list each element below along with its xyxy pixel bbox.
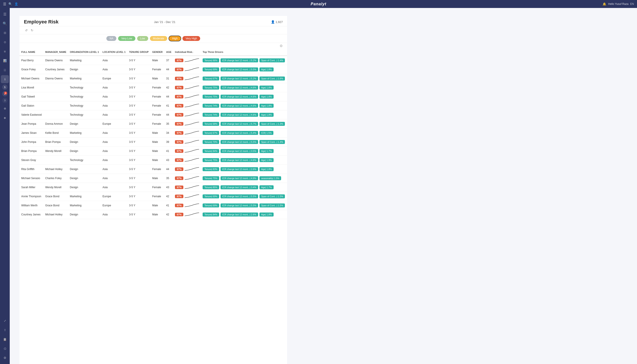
cell-drivers: Tenure| 66%ICR change last 12 mont...| 5… <box>201 56 287 65</box>
sidebar-expand-icon[interactable]: ⤢ <box>1 317 9 325</box>
table-row[interactable]: Courtney James Michael Holley Design Asi… <box>20 210 287 219</box>
sidebar-share-icon[interactable]: ⇧ <box>1 326 9 334</box>
driver-badge: Age| 1.7% <box>260 185 274 189</box>
table-row[interactable]: Lisa Morell Technology Asia 3-5 Y Female… <box>20 83 287 92</box>
employee-count: 1,927 <box>276 20 283 24</box>
cell-age: 41 <box>164 201 173 210</box>
sidebar-num2-icon[interactable]: 2 <box>2 91 8 96</box>
col-risk[interactable]: Individual Risk↓ <box>173 48 201 56</box>
sidebar-chart-icon[interactable]: 📊 <box>1 56 9 64</box>
table-row[interactable]: Grace Foley Courtney James Design Asia 3… <box>20 65 287 74</box>
risk-badge: 97% <box>175 95 183 98</box>
sidebar-num3-icon[interactable]: 3 <box>2 98 8 103</box>
sidebar-pin-icon[interactable]: ⊕ <box>1 104 9 112</box>
sidebar-filter-icon[interactable]: ⊟ <box>1 29 9 37</box>
sidebar-rocket-icon[interactable]: ◈ <box>1 114 9 122</box>
cell-risk: 97% <box>173 92 201 101</box>
sparkline-svg <box>185 67 199 72</box>
sidebar-search-icon[interactable]: 🔍 <box>1 20 9 28</box>
filter-na[interactable]: NA <box>106 36 116 41</box>
driver-badge: Span of Cont...| 1.4% <box>260 140 285 144</box>
filter-very-low[interactable]: Very Low <box>118 36 135 41</box>
table-row[interactable]: William Werth Grace Bond Marketing Europ… <box>20 201 287 210</box>
cell-location: Asia <box>101 165 127 174</box>
cell-manager-name: Dianna Owens <box>44 74 68 83</box>
table-row[interactable]: Gail Tidwell Technology Asia 3-5 Y Femal… <box>20 92 287 101</box>
filter-high[interactable]: High <box>169 36 181 41</box>
table-row[interactable]: Michael Owens Dianna Owens Marketing Eur… <box>20 74 287 83</box>
sidebar-list-icon[interactable]: ≡ <box>1 47 9 55</box>
undo-button[interactable]: ↺ <box>24 28 29 32</box>
table-container[interactable]: FULL NAME MANAGER_NAME ORGANIZATION LEVE… <box>20 48 287 364</box>
cell-tenure: 3-5 Y <box>128 110 150 120</box>
cell-gender: Female <box>150 65 164 74</box>
sidebar-info-icon[interactable]: ℹ <box>1 75 9 83</box>
cell-org-level: Design <box>68 165 101 174</box>
cell-risk: 97% <box>173 210 201 219</box>
driver-badge: Tenure| 75% <box>202 86 219 90</box>
table-row[interactable]: Rita Griffith Michael Holley Design Asia… <box>20 165 287 174</box>
redo-button[interactable]: ↻ <box>30 28 34 32</box>
sidebar-gear-icon[interactable]: ⚙ <box>1 354 9 362</box>
risk-badge: 97% <box>175 58 183 62</box>
sidebar-menu-icon[interactable]: ☰ <box>1 10 9 18</box>
driver-badge: Age| 1.8% <box>260 113 274 117</box>
cell-tenure: 3-5 Y <box>128 156 150 165</box>
table-row[interactable]: Brian Pompa Wendy Morell Design Asia 3-5… <box>20 146 287 156</box>
sidebar-doc-icon[interactable]: 📋 <box>1 335 9 343</box>
driver-badge: Span of Cont...| 1.4% <box>260 58 285 62</box>
cell-gender: Female <box>150 92 164 101</box>
cell-location: Asia <box>101 138 127 146</box>
sidebar-clock-icon[interactable]: ⊙ <box>1 38 9 46</box>
table-row[interactable]: John Pompa Brian Pompa Design Asia 3-5 Y… <box>20 138 287 146</box>
cell-drivers: Tenure| 70%ICR change last 12 mont...| 5… <box>201 138 287 146</box>
cell-full-name: Brian Pompa <box>20 146 44 156</box>
sidebar-trend-icon[interactable]: ⌸ <box>1 66 9 74</box>
cell-full-name: Michael Owens <box>20 74 44 83</box>
driver-badge: ICR change last 12 mont...| 4.6% <box>220 95 258 99</box>
table-row[interactable]: Paul Berry Dianna Owens Marketing Asia 3… <box>20 56 287 65</box>
cell-age: 42 <box>164 83 173 92</box>
filter-very-high[interactable]: Very High <box>182 36 200 41</box>
sparkline-svg <box>185 58 199 63</box>
cell-drivers: Tenure| 75%ICR change last 12 mont...| 4… <box>201 174 287 183</box>
cell-tenure: 3-5 Y <box>128 120 150 128</box>
table-row[interactable]: Gail Slaton Technology Asia 3-5 Y Female… <box>20 101 287 110</box>
cell-age: 35 <box>164 174 173 183</box>
sparkline-svg <box>185 158 199 163</box>
lang-selector[interactable]: EN <box>630 2 634 6</box>
cell-age: 42 <box>164 210 173 219</box>
topnav-search-icon[interactable]: 🔍 <box>8 2 12 6</box>
cell-gender: Male <box>150 174 164 183</box>
cell-risk: 97% <box>173 110 201 120</box>
cell-drivers: Tenure| 83%ICR change last 12 mont...| 2… <box>201 165 287 174</box>
table-row[interactable]: James Sloan Kellie Bond Marketing Asia 3… <box>20 128 287 138</box>
sidebar-num1-icon[interactable]: 1 <box>2 84 8 90</box>
driver-badge: Age| 1.9% <box>260 158 274 162</box>
topnav-user-icon[interactable]: 👤 <box>14 2 18 6</box>
table-row[interactable]: Annie Thompson Grace Bond Marketing Euro… <box>20 192 287 201</box>
table-row[interactable]: Steven Gray Technology Asia 3-5 Y Male 4… <box>20 156 287 165</box>
filter-moderate[interactable]: Moderate <box>150 36 168 41</box>
cell-drivers: Tenure| 69%ICR change last 12 mont...| 5… <box>201 192 287 201</box>
table-row[interactable]: Sarah Miller Wendy Morell Design Asia 3-… <box>20 183 287 192</box>
sparkline-svg <box>185 76 199 81</box>
cell-risk: 97% <box>173 138 201 146</box>
cell-org-level: Marketing <box>68 128 101 138</box>
topnav: ☰ 🔍 👤 Panalyt 🔔 Hello Yusuf Raza EN <box>0 0 637 8</box>
notification-icon[interactable]: 🔔 <box>602 2 606 6</box>
hamburger-icon[interactable]: ☰ <box>3 2 6 6</box>
table-row[interactable]: Michael Serasio Charles Foley Design Asi… <box>20 174 287 183</box>
filter-low[interactable]: Low <box>137 36 148 41</box>
driver-badge: ICR change last 12 mont...| 5.4% <box>220 131 258 135</box>
table-row[interactable]: Valerie Eastwood Technology Asia 3-5 Y F… <box>20 110 287 120</box>
cell-drivers: Tenure| 67%ICR change last 12 mont...| 5… <box>201 128 287 138</box>
table-settings-icon[interactable]: ⚙ <box>280 44 283 48</box>
col-full-name: FULL NAME <box>20 48 44 56</box>
driver-badge: ICR change last 12 mont...| 4.6% <box>220 86 258 90</box>
table-row[interactable]: Jean Pompa Donna Ammon Design Europe 3-5… <box>20 120 287 128</box>
cell-age: 44 <box>164 165 173 174</box>
cell-org-level: Technology <box>68 156 101 165</box>
risk-badge: 97% <box>175 194 183 198</box>
sidebar-network-icon[interactable]: ⌬ <box>1 344 9 352</box>
